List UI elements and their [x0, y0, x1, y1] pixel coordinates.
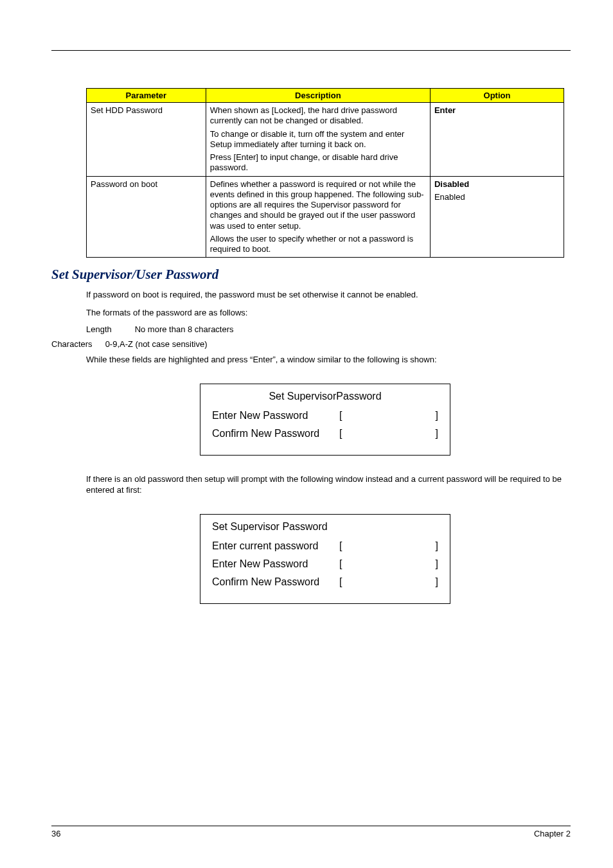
bracket-open: [	[339, 428, 347, 439]
desc-para: Allows the user to specify whether or no…	[210, 234, 426, 255]
cell-option: Disabled Enabled	[430, 176, 564, 258]
dialog-label: Confirm New Password	[212, 576, 339, 588]
cell-description: Defines whether a password is required o…	[206, 176, 430, 258]
th-parameter: Parameter	[87, 89, 206, 103]
length-value: No more than 8 characters	[135, 324, 234, 334]
dialog-label: Confirm New Password	[212, 428, 339, 439]
dialog-label: Enter New Password	[212, 410, 339, 421]
body-paragraph: While these fields are highlighted and p…	[86, 354, 564, 366]
dialog-row-confirm: Confirm New Password [ ]	[212, 428, 438, 439]
set-supervisor-password-dialog-existing: Set Supervisor Password Enter current pa…	[200, 514, 450, 604]
top-rule	[51, 50, 571, 51]
format-length-line: Length No more than 8 characters	[86, 324, 564, 334]
table-row: Password on boot Defines whether a passw…	[87, 176, 564, 258]
dialog-row-current: Enter current password [ ]	[212, 540, 438, 552]
table-header-row: Parameter Description Option	[87, 89, 564, 103]
option-value: Enter	[434, 105, 560, 116]
bracket-open: [	[339, 540, 347, 552]
characters-value: 0-9,A-Z (not case sensitive)	[105, 339, 208, 349]
format-characters-line: Characters 0-9,A-Z (not case sensitive)	[51, 339, 564, 349]
bracket-open: [	[339, 558, 347, 570]
body-paragraph: If there is an old password then setup w…	[86, 474, 564, 496]
desc-para: When shown as [Locked], the hard drive p…	[210, 105, 426, 127]
desc-para: To change or disable it, turn off the sy…	[210, 129, 426, 150]
dialog-title: Set Supervisor Password	[212, 521, 438, 533]
cell-param: Set HDD Password	[87, 103, 206, 177]
th-option: Option	[430, 89, 564, 103]
page-number: 36	[51, 829, 60, 838]
dialog-title: Set SupervisorPassword	[212, 391, 438, 402]
body-paragraph: The formats of the password are as follo…	[86, 307, 564, 319]
bracket-open: [	[339, 576, 347, 588]
length-label: Length	[86, 324, 132, 334]
table-row: Set HDD Password When shown as [Locked],…	[87, 103, 564, 177]
desc-para: Defines whether a password is required o…	[210, 179, 426, 231]
bracket-close: ]	[431, 410, 438, 421]
dialog-row-confirm: Confirm New Password [ ]	[212, 576, 438, 588]
cell-option: Enter	[430, 103, 564, 177]
parameter-table: Parameter Description Option Set HDD Pas…	[86, 88, 564, 258]
dialog-row-enter-new: Enter New Password [ ]	[212, 410, 438, 421]
bracket-close: ]	[431, 428, 438, 439]
option-value: Disabled	[434, 179, 560, 190]
bracket-close: ]	[431, 540, 438, 552]
section-heading: Set Supervisor/User Password	[51, 267, 564, 283]
chapter-label: Chapter 2	[534, 829, 571, 838]
th-description: Description	[206, 89, 430, 103]
dialog-label: Enter New Password	[212, 558, 339, 570]
cell-param: Password on boot	[87, 176, 206, 258]
page-footer: 36 Chapter 2	[51, 826, 571, 838]
dialog-row-enter-new: Enter New Password [ ]	[212, 558, 438, 570]
footer-rule	[51, 826, 571, 826]
body-paragraph: If password on boot is required, the pas…	[86, 289, 564, 301]
bracket-close: ]	[431, 576, 438, 588]
characters-label: Characters	[51, 339, 103, 349]
bracket-open: [	[339, 410, 347, 421]
option-value: Enabled	[434, 192, 560, 202]
set-supervisor-password-dialog-new: Set SupervisorPassword Enter New Passwor…	[200, 384, 450, 456]
bracket-close: ]	[431, 558, 438, 570]
cell-description: When shown as [Locked], the hard drive p…	[206, 103, 430, 177]
desc-para: Press [Enter] to input change, or disabl…	[210, 152, 426, 173]
dialog-label: Enter current password	[212, 540, 339, 552]
